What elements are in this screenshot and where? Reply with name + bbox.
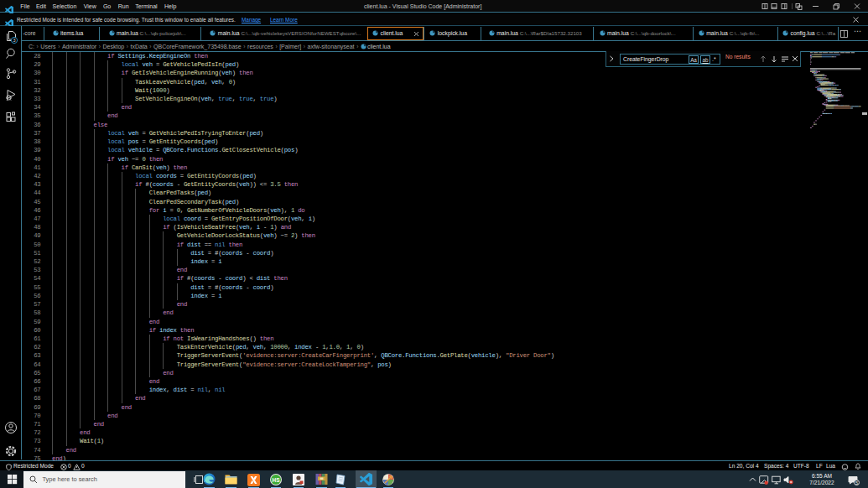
- svg-text:HS: HS: [272, 476, 280, 482]
- svg-text:5: 5: [855, 480, 858, 485]
